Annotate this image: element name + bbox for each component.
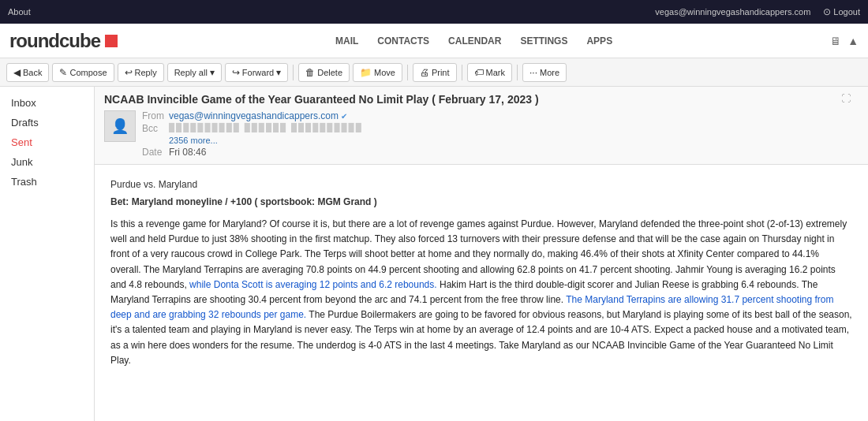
body-paragraph: Is this a revenge game for Maryland? Of … [110, 217, 852, 368]
forward-button[interactable]: ↪ Forward ▾ [225, 63, 288, 82]
sidebar: Inbox Drafts Sent Junk Trash [0, 87, 95, 421]
highlight-terrapins: The Maryland Terrapins are allowing 31.7… [110, 294, 834, 320]
monitor-icon: 🖥 [830, 35, 841, 47]
forward-icon: ↪ [232, 67, 240, 78]
logo: roundcube [9, 30, 118, 52]
expand-icon[interactable]: ⛶ [841, 93, 851, 104]
main-area: Inbox Drafts Sent Junk Trash NCAAB Invin… [0, 87, 868, 421]
toolbar: ◀ Back ✎ Compose ↩ Reply Reply all ▾ ↪ F… [0, 58, 868, 87]
nav-contacts[interactable]: CONTACTS [377, 35, 429, 47]
move-icon: 📁 [360, 67, 372, 78]
back-icon: ◀ [13, 67, 21, 78]
bet-detail: Maryland moneyline / +100 ( sportsbook: … [132, 196, 377, 207]
compose-label: Compose [69, 68, 107, 77]
toolbar-separator-3 [462, 65, 462, 80]
game-title: Purdue vs. Maryland [110, 177, 852, 192]
logo-bar: roundcube MAIL CONTACTS CALENDAR SETTING… [0, 24, 868, 58]
main-nav: MAIL CONTACTS CALENDAR SETTINGS APPS [335, 35, 612, 47]
nav-settings[interactable]: SETTINGS [520, 35, 567, 47]
verified-icon: ✔ [341, 112, 347, 121]
top-navigation: About vegas@winningvegashandicappers.com… [0, 0, 868, 24]
forward-label: Forward [242, 68, 274, 77]
bet-prefix: Bet: [110, 196, 132, 207]
print-icon: 🖨 [420, 67, 429, 78]
logout-label[interactable]: Logout [833, 7, 860, 17]
reply-all-dropdown-icon: ▾ [210, 67, 215, 78]
more-button[interactable]: ··· More [522, 63, 567, 82]
mark-icon: 🏷 [474, 67, 484, 78]
logo-text: roundcube [9, 30, 100, 52]
reply-button[interactable]: ↩ Reply [118, 63, 164, 82]
avatar: 👤 [104, 110, 136, 142]
logout-link[interactable]: ⊙ Logout [823, 6, 860, 17]
caret-icon: ▲ [847, 35, 859, 47]
bcc-row: Bcc ██████████ ██████ ██████████ [142, 123, 859, 134]
move-button[interactable]: 📁 Move [353, 63, 402, 82]
email-header-inner: NCAAB Invincible Game of the Year Guaran… [104, 93, 859, 158]
email-meta-fields: From vegas@winningvegashandicappers.com … [142, 110, 859, 158]
back-button[interactable]: ◀ Back [6, 63, 49, 82]
delete-icon: 🗑 [305, 67, 315, 78]
logo-cube [105, 35, 118, 47]
nav-apps[interactable]: APPS [586, 35, 612, 47]
forward-dropdown-icon: ▾ [276, 67, 281, 78]
bcc-blurred: ██████████ ██████ ██████████ [169, 123, 363, 132]
email-subject: NCAAB Invincible Game of the Year Guaran… [104, 93, 859, 106]
mark-label: Mark [486, 68, 505, 77]
toolbar-separator-2 [407, 65, 408, 80]
bcc-value: ██████████ ██████ ██████████ [169, 123, 363, 132]
toolbar-separator-4 [517, 65, 518, 80]
email-body: Purdue vs. Maryland Bet: Maryland moneyl… [95, 165, 868, 421]
nav-right: 🖥 ▲ [830, 35, 859, 47]
reply-icon: ↩ [125, 67, 133, 78]
from-email: vegas@winningvegashandicappers.com ✔ [169, 110, 347, 121]
delete-button[interactable]: 🗑 Delete [298, 63, 350, 82]
avatar-icon: 👤 [111, 117, 129, 135]
date-row: Date Fri 08:46 [142, 147, 859, 158]
about-link[interactable]: About [8, 7, 31, 17]
reply-label: Reply [135, 68, 157, 77]
toolbar-separator-1 [293, 65, 294, 80]
bet-line: Bet: Maryland moneyline / +100 ( sportsb… [110, 195, 852, 209]
compose-button[interactable]: ✎ Compose [52, 63, 114, 82]
from-label: From [142, 110, 166, 121]
mark-button[interactable]: 🏷 Mark [467, 63, 512, 82]
sidebar-item-junk[interactable]: Junk [0, 152, 94, 172]
email-timestamp-right [825, 93, 827, 102]
recipients-more-row: 2356 more... [142, 136, 859, 145]
nav-calendar[interactable]: CALENDAR [448, 35, 501, 47]
more-icon: ··· [529, 67, 537, 78]
move-label: Move [374, 68, 395, 77]
from-row: From vegas@winningvegashandicappers.com … [142, 110, 859, 121]
sidebar-item-drafts[interactable]: Drafts [0, 113, 94, 132]
user-email: vegas@winningvegashandicappers.com [655, 7, 810, 17]
sidebar-item-trash[interactable]: Trash [0, 172, 94, 192]
back-label: Back [23, 68, 42, 77]
logout-icon: ⊙ [823, 6, 831, 17]
nav-mail[interactable]: MAIL [335, 35, 358, 47]
sidebar-item-inbox[interactable]: Inbox [0, 93, 94, 113]
compose-icon: ✎ [59, 67, 67, 78]
email-meta-section: 👤 From vegas@winningvegashandicappers.co… [104, 110, 859, 158]
email-header: NCAAB Invincible Game of the Year Guaran… [95, 87, 868, 165]
highlight-donta: while Donta Scott is averaging 12 points… [189, 279, 437, 290]
date-value: Fri 08:46 [169, 147, 206, 158]
email-area: NCAAB Invincible Game of the Year Guaran… [95, 87, 868, 421]
delete-label: Delete [317, 68, 342, 77]
more-label: More [540, 68, 559, 77]
reply-all-button[interactable]: Reply all ▾ [167, 63, 222, 82]
date-label: Date [142, 147, 166, 158]
bcc-label: Bcc [142, 123, 166, 134]
sidebar-item-sent[interactable]: Sent [0, 132, 94, 152]
print-label: Print [432, 68, 450, 77]
reply-all-label: Reply all [174, 68, 208, 77]
more-recipients-link[interactable]: 2356 more... [169, 136, 218, 145]
print-button[interactable]: 🖨 Print [413, 63, 457, 82]
from-email-link[interactable]: vegas@winningvegashandicappers.com [169, 110, 339, 121]
